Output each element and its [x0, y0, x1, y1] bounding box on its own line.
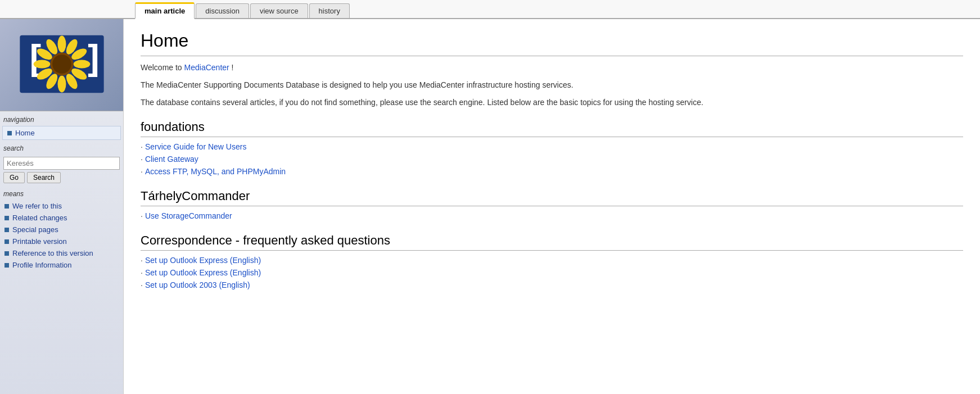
page-title: Home — [141, 30, 963, 56]
foundations-links: ·Service Guide for New Users ·Client Gat… — [141, 141, 963, 178]
svg-text:]: ] — [83, 38, 105, 80]
link-outlook-express-1[interactable]: ·Set up Outlook Express (English) — [141, 254, 963, 266]
tab-bar: main article discussion view source hist… — [0, 0, 980, 19]
means-label: means — [0, 185, 123, 200]
sidebar: [ ] — [0, 19, 124, 394]
correspondence-links: ·Set up Outlook Express (English) ·Set u… — [141, 254, 963, 291]
svg-point-6 — [73, 60, 90, 69]
svg-point-12 — [33, 60, 50, 69]
sidebar-item-printable[interactable]: Printable version — [0, 236, 123, 247]
intro2: The database contains several articles, … — [141, 97, 963, 108]
link-outlook-2003[interactable]: ·Set up Outlook 2003 (English) — [141, 279, 963, 291]
exclamation: ! — [232, 63, 234, 72]
bullet-4 — [4, 251, 9, 256]
means-item-1: Related changes — [12, 214, 67, 222]
bullet-2 — [4, 228, 9, 232]
link-client-gateway[interactable]: ·Client Gateway — [141, 153, 963, 165]
bullet-5 — [4, 263, 9, 268]
intro1: The MediaCenter Supporting Documents Dat… — [141, 79, 963, 91]
bullet-3 — [4, 239, 9, 244]
link-bullet-5: · — [141, 268, 143, 277]
navigation-label: navigation — [0, 111, 123, 126]
search-button[interactable]: Search — [27, 172, 61, 183]
section-title-tarhelycommander: TárhelyCommander — [141, 189, 963, 206]
sidebar-item-reference[interactable]: Reference to this version — [0, 247, 123, 259]
navigation-section: navigation Home — [0, 111, 123, 140]
sidebar-item-special-pages[interactable]: Special pages — [0, 224, 123, 236]
link-bullet-2: · — [141, 167, 143, 176]
means-item-0: We refer to this — [12, 202, 62, 210]
layout: [ ] — [0, 19, 980, 394]
home-bullet — [7, 131, 12, 135]
bullet-0 — [4, 204, 9, 209]
sidebar-item-related-changes[interactable]: Related changes — [0, 212, 123, 224]
svg-point-9 — [57, 76, 66, 93]
link-service-guide[interactable]: ·Service Guide for New Users — [141, 141, 963, 153]
means-item-5: Profile Information — [12, 261, 72, 269]
bullet-1 — [4, 216, 9, 220]
means-section: means We refer to this Related changes S… — [0, 185, 123, 271]
section-title-correspondence: Correspondence - frequently asked questi… — [141, 233, 963, 251]
link-use-storagecommander[interactable]: ·Use StorageCommander — [141, 210, 963, 222]
main-content: Home Welcome to MediaCenter ! The MediaC… — [124, 19, 980, 394]
link-bullet-1: · — [141, 155, 143, 164]
search-section: search Go Search — [0, 140, 123, 185]
sidebar-item-profile[interactable]: Profile Information — [0, 259, 123, 271]
tab-discussion[interactable]: discussion — [196, 3, 249, 18]
link-access-ftp[interactable]: ·Access FTP, MySQL, and PHPMyAdmin — [141, 165, 963, 178]
svg-point-16 — [52, 55, 71, 74]
sidebar-item-we-refer[interactable]: We refer to this — [0, 200, 123, 212]
search-label: search — [0, 140, 123, 155]
section-title-foundations: foundations — [141, 120, 963, 137]
welcome-text: Welcome to — [141, 63, 182, 72]
tab-history[interactable]: history — [309, 3, 350, 18]
tab-main-article[interactable]: main article — [135, 2, 195, 19]
search-form: Go Search — [0, 155, 123, 185]
nav-home-box: Home — [2, 126, 121, 140]
logo-area: [ ] — [0, 19, 123, 111]
link-bullet-3: · — [141, 211, 143, 220]
mediacenter-link[interactable]: MediaCenter — [184, 63, 229, 72]
means-item-4: Reference to this version — [12, 249, 93, 257]
welcome-paragraph: Welcome to MediaCenter ! — [141, 62, 963, 74]
search-buttons: Go Search — [3, 172, 120, 183]
tarhelycommander-links: ·Use StorageCommander — [141, 210, 963, 222]
tab-view-source[interactable]: view source — [250, 3, 308, 18]
sidebar-item-home[interactable]: Home — [7, 129, 116, 137]
link-outlook-express-2[interactable]: ·Set up Outlook Express (English) — [141, 266, 963, 279]
logo-image: [ ] — [17, 25, 107, 103]
link-bullet-4: · — [141, 256, 143, 265]
link-bullet-0: · — [141, 142, 143, 151]
home-label: Home — [15, 129, 35, 137]
search-input[interactable] — [3, 157, 120, 170]
svg-point-3 — [57, 36, 66, 53]
go-button[interactable]: Go — [3, 172, 25, 183]
link-bullet-6: · — [141, 280, 143, 289]
means-item-3: Printable version — [12, 237, 67, 246]
means-item-2: Special pages — [12, 225, 58, 234]
